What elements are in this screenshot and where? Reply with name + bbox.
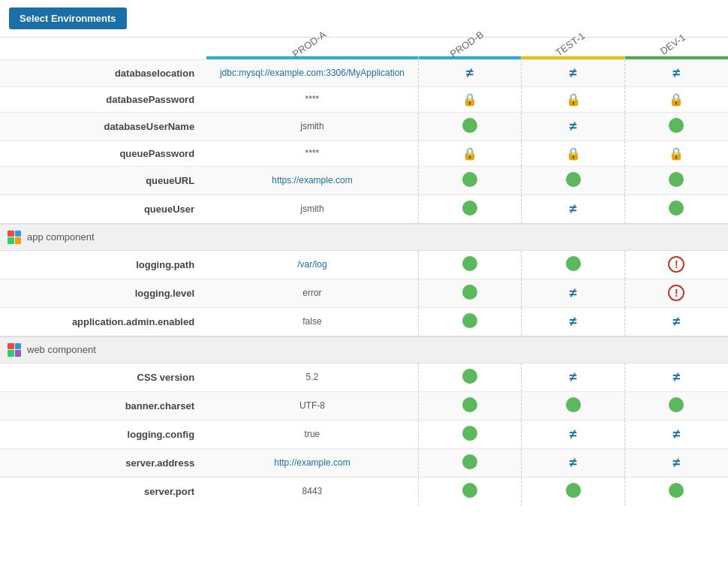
prod-a-value: **** [206, 86, 418, 112]
not-equal-icon: ≠ [570, 201, 577, 217]
section-header-row: web component [0, 336, 728, 363]
label-col-header [0, 38, 206, 56]
row-label: logging.path [0, 250, 206, 279]
comparison-table: PROD-A PROD-B TEST-1 DEV-1 databaselocat… [0, 38, 728, 505]
section-label-text: app component [27, 231, 95, 243]
prod-b-cell: 🔒 [418, 140, 522, 166]
test-1-cell [522, 477, 625, 505]
row-label: databasePassword [0, 86, 206, 112]
table-row: server.port 8443 [0, 477, 728, 505]
match-icon [669, 483, 684, 498]
not-equal-icon: ≠ [673, 369, 681, 385]
table-row: databasePassword **** 🔒 🔒 🔒 [0, 86, 728, 112]
table-row: CSS version 5.2 ≠ ≠ [0, 363, 728, 391]
match-icon [462, 397, 477, 412]
dev-1-cell: 🔒 [624, 86, 728, 112]
prod-a-header: PROD-A [206, 38, 418, 56]
warning-icon: ! [668, 256, 684, 273]
prod-a-value: jdbc:mysql://example.com:3306/MyApplicat… [206, 59, 418, 86]
match-icon [669, 172, 684, 187]
dev-1-cell: ≠ [624, 363, 728, 391]
prod-a-value: jsmith [206, 112, 418, 140]
table-row: banner.charset UTF-8 [0, 391, 728, 420]
select-environments-button[interactable]: Select Environments [9, 8, 127, 29]
table-row: logging.config true ≠ ≠ [0, 420, 728, 448]
test-1-cell: 🔒 [522, 140, 625, 166]
table-row: databaseUserName jsmith ≠ [0, 112, 728, 140]
row-label: application.admin.enabled [0, 307, 206, 336]
section-header-row: app component [0, 224, 728, 251]
match-icon [462, 454, 477, 469]
test-1-cell: ≠ [522, 59, 625, 86]
lock-icon: 🔒 [462, 146, 477, 161]
test-1-header: TEST-1 [522, 38, 625, 56]
lock-icon: 🔒 [462, 92, 477, 107]
prod-b-cell [418, 420, 522, 448]
top-bar: Select Environments [0, 0, 728, 38]
match-icon [566, 172, 581, 187]
prod-a-value: **** [206, 140, 418, 166]
dev-1-cell [624, 112, 728, 140]
prod-b-cell [418, 195, 522, 224]
section-header-cell: app component [0, 224, 728, 251]
row-label: server.address [0, 448, 206, 477]
match-icon [462, 483, 477, 498]
env-header-row: PROD-A PROD-B TEST-1 DEV-1 [0, 38, 728, 56]
prod-a-value: https://example.com [206, 166, 418, 195]
dev-1-cell [624, 166, 728, 195]
match-icon [566, 397, 581, 412]
dev-1-cell: ! [624, 250, 728, 279]
not-equal-icon: ≠ [570, 427, 577, 442]
test-1-cell: ≠ [522, 363, 625, 391]
table-row: queuePassword **** 🔒 🔒 🔒 [0, 140, 728, 166]
prod-a-value: false [206, 307, 418, 336]
dev-1-cell [624, 391, 728, 420]
match-icon [669, 118, 684, 133]
table-row: queueUser jsmith ≠ [0, 195, 728, 224]
table-row: application.admin.enabled false ≠ ≠ [0, 307, 728, 336]
row-label: queueUser [0, 195, 206, 224]
match-icon [462, 201, 477, 216]
test-1-cell: ≠ [522, 112, 625, 140]
prod-b-cell [418, 112, 522, 140]
prod-b-cell [418, 363, 522, 391]
table-row: databaselocation jdbc:mysql://example.co… [0, 59, 728, 86]
prod-b-cell [418, 391, 522, 420]
dev-1-header: DEV-1 [624, 38, 728, 56]
prod-b-cell [418, 279, 522, 307]
prod-b-cell: ≠ [418, 59, 522, 86]
section-label-text: web component [27, 344, 96, 355]
prod-b-cell [418, 477, 522, 505]
row-label: banner.charset [0, 391, 206, 420]
test-1-cell [522, 250, 625, 279]
test-1-cell [522, 166, 625, 195]
not-equal-icon: ≠ [570, 119, 577, 134]
dev-1-cell: ≠ [624, 420, 728, 448]
prod-b-cell [418, 250, 522, 279]
match-icon [566, 483, 581, 498]
row-label: queuePassword [0, 140, 206, 166]
match-icon [669, 397, 684, 412]
lock-icon: 🔒 [669, 92, 684, 107]
warning-icon: ! [668, 285, 684, 301]
match-icon [462, 256, 477, 271]
test-1-cell: ≠ [522, 307, 625, 336]
component-icon [8, 231, 21, 244]
dev-1-cell: ≠ [624, 307, 728, 336]
match-icon [462, 118, 477, 133]
test-1-cell: ≠ [522, 195, 625, 224]
row-label: server.port [0, 477, 206, 505]
prod-a-value: true [206, 420, 418, 448]
dev-1-cell: ≠ [624, 59, 728, 86]
prod-b-cell [418, 448, 522, 477]
not-equal-icon: ≠ [570, 314, 577, 330]
not-equal-icon: ≠ [570, 455, 577, 471]
prod-a-value: jsmith [206, 195, 418, 224]
row-label: CSS version [0, 363, 206, 391]
not-equal-icon: ≠ [673, 65, 681, 81]
row-label: databaseUserName [0, 112, 206, 140]
prod-a-value: UTF-8 [206, 391, 418, 420]
test-1-cell [522, 391, 625, 420]
not-equal-icon: ≠ [673, 427, 681, 442]
test-1-cell: ≠ [522, 420, 625, 448]
